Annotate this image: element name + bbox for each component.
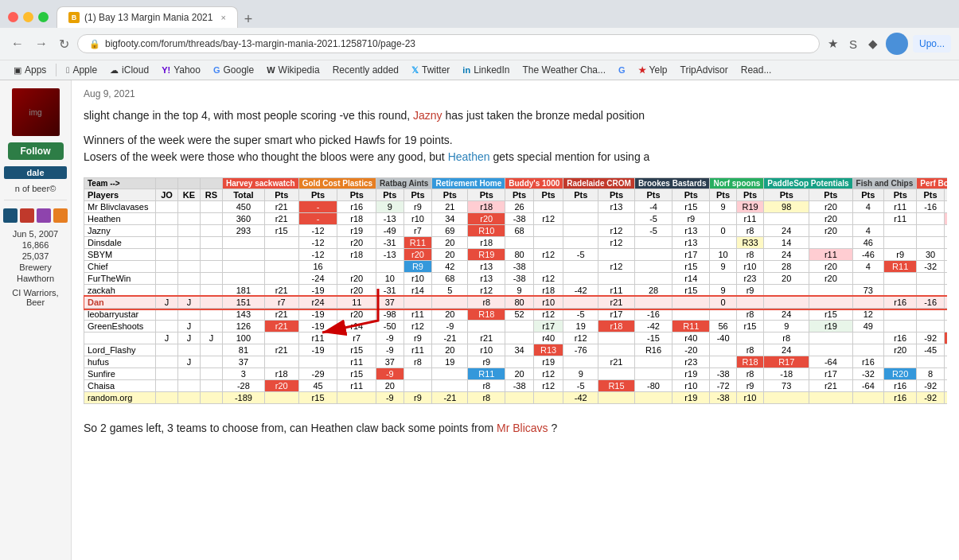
bookmark-apple[interactable]:  Apple xyxy=(60,63,103,77)
th-jo: JO xyxy=(156,189,178,201)
bookmark-button[interactable]: ★ xyxy=(825,35,841,52)
th-pts21: Pts xyxy=(944,189,947,201)
th-pts4: Pts xyxy=(376,189,403,201)
tab-favicon: B xyxy=(68,12,80,23)
browser-tab[interactable]: B (1) Bay 13 Margin Mania 2021 × xyxy=(57,6,238,28)
forward-button[interactable]: → xyxy=(32,35,51,52)
bookmark-wikipedia[interactable]: W Wikipedia xyxy=(261,63,325,77)
th-pts13: Pts xyxy=(672,189,710,201)
bookmark-recently-added[interactable]: Recently added xyxy=(327,63,404,77)
table-row: Sunfire 3r18 -29r15 -9 R11 20r12 9 r19 -… xyxy=(84,368,948,380)
bookmark-google2[interactable]: G xyxy=(613,64,631,76)
th-players: Players xyxy=(84,189,156,201)
new-tab-button[interactable]: + xyxy=(238,11,259,28)
mr-blicavs-link[interactable]: Mr Blicavs xyxy=(497,422,548,434)
bookmark-yahoo-label: Yahoo xyxy=(173,64,201,76)
minimize-window-button[interactable] xyxy=(23,12,33,22)
sidebar-icon-1 xyxy=(3,208,18,223)
bookmark-twitter[interactable]: 𝕏 Twitter xyxy=(406,63,455,77)
col-jo xyxy=(156,178,178,189)
table-row: Mr Blivclavases 450r21 -r16 9r9 21r18 26… xyxy=(84,201,948,213)
col-buddys1: Buddy's 1000 xyxy=(505,178,563,189)
bookmark-google-label: Google xyxy=(224,64,255,76)
main-content: Aug 9, 2021 slight change in the top 4, … xyxy=(72,80,959,560)
th-pts14: Pts xyxy=(710,189,736,201)
th-pts20: Pts xyxy=(917,189,945,201)
sidebar-icon-3 xyxy=(37,208,51,223)
follow-button[interactable]: Follow xyxy=(8,142,64,160)
sidebar-icon-2 xyxy=(20,208,34,223)
close-window-button[interactable] xyxy=(8,12,18,22)
bookmark-tripadvisor[interactable]: TripAdvisor xyxy=(675,63,734,77)
sidebar-icon-4 xyxy=(53,208,68,223)
bookmark-reader[interactable]: Read... xyxy=(735,63,778,77)
th-pts1: Pts xyxy=(264,189,298,201)
bottom-text: So 2 games left, 3 teams to choose from,… xyxy=(84,420,947,437)
col-fish1: Fish and Chips xyxy=(852,178,917,189)
th-pts11: Pts xyxy=(598,189,635,201)
maximize-window-button[interactable] xyxy=(38,12,49,22)
address-bar[interactable]: 🔒 bigfooty.com/forum/threads/bay-13-marg… xyxy=(77,34,820,53)
col-goldcost1: Gold Cost Plastics xyxy=(298,178,376,189)
bookmark-apps[interactable]: ▣ Apps xyxy=(8,63,52,77)
table-row-random: random.org -189 r15 -9r9 -21r8 -42 r19 -… xyxy=(84,392,948,404)
col-ratbag1: Ratbag Aints xyxy=(376,178,432,189)
bookmark-weather[interactable]: The Weather Cha... xyxy=(517,63,612,77)
post-text-2: Winners of the week were the super smart… xyxy=(84,132,947,165)
table-row: JJJ 100 r11r7 -9r9 -21r21 r40 r12 -15r40… xyxy=(84,332,948,344)
tripadvisor-label: TripAdvisor xyxy=(680,64,728,76)
th-ke: KE xyxy=(178,189,201,201)
skype-icon[interactable]: S xyxy=(846,36,860,52)
th-pts15: Pts xyxy=(736,189,764,201)
col-team: Team --> xyxy=(84,178,156,189)
post-date: Aug 9, 2021 xyxy=(84,88,947,99)
th-pts12: Pts xyxy=(634,189,672,201)
bookmark-apps-label: Apps xyxy=(25,64,46,76)
bookmark-twitter-label: Twitter xyxy=(422,64,450,76)
bookmark-separator xyxy=(56,64,57,76)
sidebar-location: Hawthorn xyxy=(17,274,54,283)
yelp-icon: ★ xyxy=(638,65,646,76)
bookmarks-bar: ▣ Apps  Apple ☁ iCloud Y! Yahoo G Googl… xyxy=(0,60,959,80)
scores-table: Team --> Harvey sackwatch Gold Cost Plas… xyxy=(84,177,947,404)
wikipedia-icon: W xyxy=(267,65,275,75)
back-button[interactable]: ← xyxy=(8,35,27,52)
heathen-link[interactable]: Heathen xyxy=(448,150,490,163)
extensions-button[interactable]: ◆ xyxy=(865,35,881,52)
table-row: FurTheWin -24r20 10r10 68r13 -38r12 r14 … xyxy=(84,273,948,285)
bookmark-linkedin[interactable]: in LinkedIn xyxy=(457,63,515,77)
bookmark-icloud-label: iCloud xyxy=(122,64,149,76)
url-text: bigfooty.com/forum/threads/bay-13-margin… xyxy=(105,38,808,49)
table-row: Jazny 293r15 -12r19 -49r7 69R10 68 r12 -… xyxy=(84,225,948,237)
icloud-icon: ☁ xyxy=(110,65,119,76)
sidebar-likes: 25,037 xyxy=(22,251,49,261)
google2-icon: G xyxy=(618,65,626,75)
profile-button[interactable] xyxy=(886,33,908,55)
sidebar: img Follow dale n of beer© Jun 5, 2007 1… xyxy=(0,80,72,560)
jazny-link[interactable]: Jazny xyxy=(413,109,442,122)
bookmark-google[interactable]: G Google xyxy=(208,63,259,77)
table-row-dan: DanJJ 151r7 r2411 37 r8 80r10 r21 0 r16 … xyxy=(84,297,948,309)
upo-button[interactable]: Upo... xyxy=(913,35,951,52)
col-retirement1: Retirement Home xyxy=(432,178,505,189)
twitter-icon: 𝕏 xyxy=(411,65,419,76)
th-rs: RS xyxy=(201,189,223,201)
col-ke xyxy=(178,178,201,189)
th-pts7: Pts xyxy=(468,189,505,201)
apps-icon: ▣ xyxy=(14,65,21,76)
sidebar-posts: 16,866 xyxy=(22,240,49,250)
table-row: hufusJ 37 r11 37r8 19r9 r19 r21 r23 R18 … xyxy=(84,356,948,368)
bookmark-linkedin-label: LinkedIn xyxy=(474,64,509,76)
sidebar-join-date: Jun 5, 2007 xyxy=(13,229,59,239)
table-row: Heathen 360r21 -r18 -13r10 34r20 -38r12 … xyxy=(84,213,948,225)
table-row: zackah 181r21 -19r20 -31r14 5r12 9r18 -4… xyxy=(84,285,948,297)
col-perf1: Perf Boogles xyxy=(917,178,947,189)
bookmark-yelp[interactable]: ★ Yelp xyxy=(633,63,673,77)
col-rs xyxy=(201,178,223,189)
th-pts18: Pts xyxy=(852,189,883,201)
bookmark-apple-label: Apple xyxy=(72,64,97,76)
reload-button[interactable]: ↻ xyxy=(56,35,72,53)
bookmark-yahoo[interactable]: Y! Yahoo xyxy=(156,63,206,77)
bookmark-icloud[interactable]: ☁ iCloud xyxy=(104,63,154,77)
tab-close-button[interactable]: × xyxy=(220,13,225,22)
